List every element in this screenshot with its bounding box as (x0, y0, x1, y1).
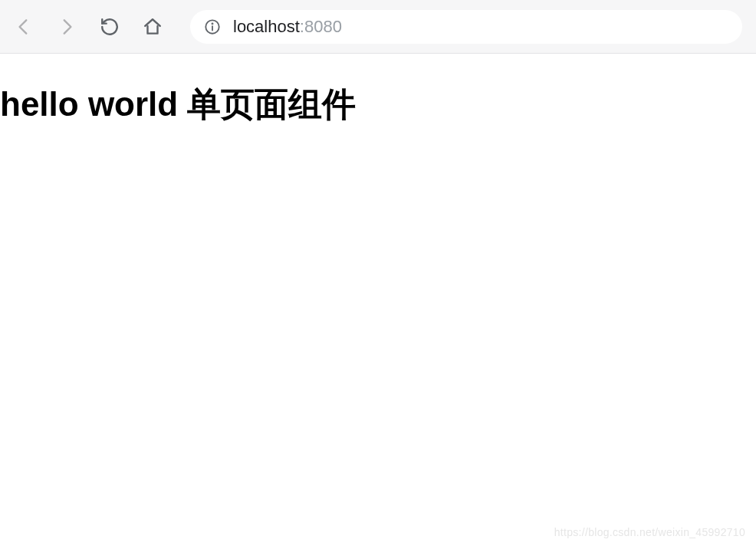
url-display: localhost:8080 (233, 17, 342, 37)
watermark-text: https://blog.csdn.net/weixin_45992710 (554, 526, 745, 538)
svg-point-2 (212, 23, 212, 24)
back-button[interactable] (14, 17, 34, 37)
site-info-icon[interactable] (204, 18, 221, 35)
url-port: :8080 (300, 17, 342, 36)
address-bar[interactable]: localhost:8080 (190, 10, 742, 44)
page-heading: hello world 单页面组件 (0, 84, 756, 125)
nav-buttons (14, 17, 163, 37)
reload-button[interactable] (100, 17, 120, 37)
forward-button[interactable] (57, 17, 77, 37)
home-button[interactable] (143, 17, 163, 37)
browser-toolbar: localhost:8080 (0, 0, 756, 54)
page-content: hello world 单页面组件 (0, 54, 756, 125)
url-host: localhost (233, 17, 300, 36)
